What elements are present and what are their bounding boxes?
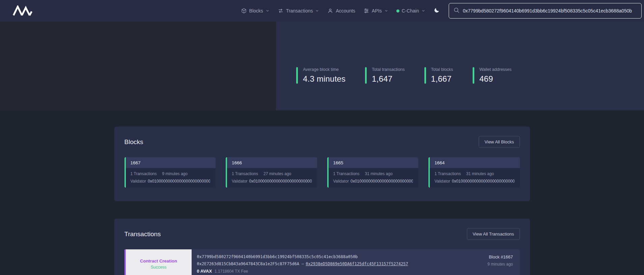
nav-item-transactions-label: Transactions [286,8,313,13]
tx-type-label: Contract Creation [140,258,177,264]
search-box[interactable] [449,3,642,19]
stat-value: 469 [479,74,511,84]
block-meta: 1 Transactions27 minutes ago [232,171,312,176]
block-age: 9 minutes ago [162,171,188,176]
chain-status-dot [396,9,399,12]
avalanche-logo-icon [12,5,33,16]
tx-to-address-link[interactable]: 0x2938eD5D869e50DA6f125dfc45F13157f52742… [306,262,408,266]
tx-type-cell: Contract Creation Success [124,249,192,275]
block-meta: 1 Transactions31 minutes ago [333,171,413,176]
blocks-icon [241,8,247,14]
hero: Average block time 4.3 minutes Total tra… [0,22,644,110]
transactions-section-header: Transactions View All Transactions [124,228,520,240]
block-tx-count: 1 Transactions [333,171,360,176]
block-number[interactable]: 1666 [226,157,317,168]
block-validator-label: Validator [435,179,450,184]
stat-label: Total blocks [431,67,453,72]
block-validator-label: Validator [333,179,349,184]
tx-status-badge: Success [150,265,166,270]
block-validator: Validator0x010000000000000000000000000..… [131,179,211,184]
moon-icon [433,7,440,15]
accounts-icon [327,8,333,14]
tx-hash-link[interactable]: 0x7799bd580272f9604140b6991d3bb6c19924bf… [197,254,446,259]
tx-from-address: 0x2E7263d815CbB43a9647843C8a1e2F5c87F75d… [197,262,299,266]
block-validator-label: Validator [131,179,146,184]
chevron-down-icon [265,9,270,13]
block-card[interactable]: 1666 1 Transactions27 minutes ago Valida… [226,157,317,188]
nav-item-apis[interactable]: APIs [363,8,388,14]
block-details: 1 Transactions27 minutes ago Validator0x… [226,168,317,188]
tx-arrow: → [301,262,304,266]
tx-body: 0x7799bd580272f9604140b6991d3bb6c19924bf… [192,249,452,275]
blocks-section-title: Blocks [124,138,143,146]
stat-label: Average block time [303,67,345,72]
avalanche-logo[interactable] [12,5,33,16]
block-number[interactable]: 1664 [428,157,520,168]
tx-fee: 1.1718604 TX Fee [215,269,248,274]
block-validator-label: Validator [232,179,247,184]
chain-selector[interactable]: C-Chain [396,8,425,13]
transactions-section: Transactions View All Transactions Contr… [114,219,530,275]
chevron-down-icon [421,9,425,13]
block-validator-address: 0x010000000000000000000000000... [452,179,514,184]
stat-average-block-time: Average block time 4.3 minutes [296,67,345,84]
apis-icon [363,8,369,14]
nav-item-transactions[interactable]: Transactions [278,8,319,14]
network-stats-panel: Average block time 4.3 minutes Total tra… [276,22,644,110]
block-details: 1 Transactions9 minutes ago Validator0x0… [124,168,216,188]
search-icon [453,7,460,15]
nav-item-accounts[interactable]: Accounts [327,8,355,14]
block-age: 31 minutes ago [466,171,494,176]
tx-block-link[interactable]: Block #1667 [489,254,513,259]
stat-accent-bar [424,67,426,84]
navbar: Blocks Transactions [0,0,644,22]
stat-accent-bar [365,67,367,84]
nav-item-apis-label: APIs [372,8,382,13]
block-card[interactable]: 1664 1 Transactions31 minutes ago Valida… [428,157,520,188]
nav-group: Blocks Transactions [241,7,440,15]
tx-addresses: 0x2E7263d815CbB43a9647843C8a1e2F5c87F75d… [197,262,446,266]
block-card[interactable]: 1665 1 Transactions31 minutes ago Valida… [327,157,419,188]
transaction-row[interactable]: Contract Creation Success 0x7799bd580272… [124,249,520,275]
theme-toggle-button[interactable] [433,7,440,15]
chain-selector-label: C-Chain [402,8,419,13]
transactions-icon [278,8,284,14]
search-input[interactable] [463,8,638,13]
stat-label: Wallet addresses [479,67,511,72]
stat-value: 1,647 [372,74,404,84]
tx-age: 9 minutes ago [487,262,513,267]
block-details: 1 Transactions31 minutes ago Validator0x… [327,168,419,188]
block-age: 27 minutes ago [263,171,291,176]
block-validator: Validator0x010000000000000000000000000..… [232,179,312,184]
nav-item-blocks[interactable]: Blocks [241,8,270,14]
stat-accent-bar [473,67,474,84]
stat-wallet-addresses: Wallet addresses 469 [473,67,511,84]
tx-amount: 0 AVAX [197,269,212,274]
block-number[interactable]: 1667 [124,157,216,168]
view-all-blocks-button[interactable]: View All Blocks [479,136,520,148]
block-meta: 1 Transactions9 minutes ago [131,171,211,176]
block-age: 31 minutes ago [365,171,393,176]
nav-item-accounts-label: Accounts [336,8,355,13]
blocks-section: Blocks View All Blocks 1667 1 Transactio… [114,127,530,201]
blocks-section-header: Blocks View All Blocks [124,136,520,148]
stat-label: Total transactions [372,67,404,72]
block-validator-address: 0x010000000000000000000000000... [351,179,413,184]
block-validator: Validator0x010000000000000000000000000..… [435,179,514,184]
block-tx-count: 1 Transactions [232,171,258,176]
block-meta: 1 Transactions31 minutes ago [435,171,514,176]
nav-item-blocks-label: Blocks [249,8,263,13]
stat-accent-bar [296,67,298,84]
block-validator-address: 0x010000000000000000000000000... [249,179,311,184]
chevron-down-icon [384,9,388,13]
stat-total-transactions: Total transactions 1,647 [365,67,404,84]
block-tx-count: 1 Transactions [131,171,157,176]
block-card[interactable]: 1667 1 Transactions9 minutes ago Validat… [124,157,216,188]
stat-total-blocks: Total blocks 1,667 [424,67,453,84]
block-details: 1 Transactions31 minutes ago Validator0x… [428,168,520,188]
block-validator-address: 0x010000000000000000000000000... [148,179,210,184]
block-validator: Validator0x010000000000000000000000000..… [333,179,413,184]
block-number[interactable]: 1665 [327,157,419,168]
main-content: Blocks View All Blocks 1667 1 Transactio… [114,127,530,275]
view-all-transactions-button[interactable]: View All Transactions [467,228,520,240]
